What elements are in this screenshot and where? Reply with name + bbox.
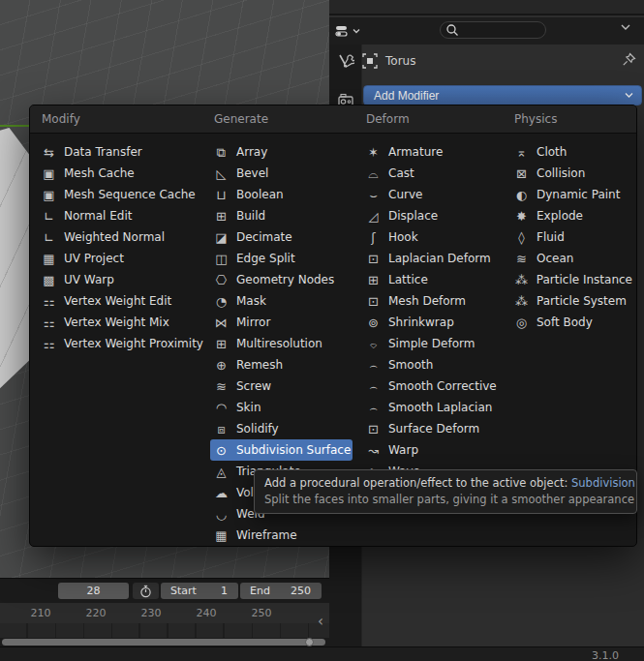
chevron-down-icon bbox=[625, 92, 633, 99]
menu-item-dynamic-paint[interactable]: ◐Dynamic Paint bbox=[510, 184, 632, 205]
menu-item-vertex-weight-mix[interactable]: ⚏Vertex Weight Mix bbox=[38, 312, 204, 333]
menu-item-mesh-cache[interactable]: ▣Mesh Cache bbox=[38, 163, 204, 184]
edge-split-icon: ◫ bbox=[213, 253, 230, 265]
dynamic-paint-icon: ◐ bbox=[513, 189, 530, 201]
menu-item-mesh-deform[interactable]: ⊡Mesh Deform bbox=[362, 290, 506, 312]
menu-item-uv-project[interactable]: ▦UV Project bbox=[38, 248, 204, 269]
search-input[interactable] bbox=[440, 21, 546, 39]
menu-item-uv-warp[interactable]: ▩UV Warp bbox=[38, 269, 204, 290]
menu-item-soft-body[interactable]: ◎Soft Body bbox=[510, 312, 632, 333]
menu-item-label: Simple Deform bbox=[388, 337, 475, 350]
pin-icon[interactable] bbox=[622, 52, 636, 67]
menu-item-explode[interactable]: ✸Explode bbox=[510, 205, 632, 226]
menu-item-cloth[interactable]: ⌅Cloth bbox=[510, 141, 632, 163]
menu-item-displace[interactable]: ◿Displace bbox=[362, 205, 506, 226]
menu-item-data-transfer[interactable]: ⇆Data Transfer bbox=[38, 141, 204, 163]
current-frame-field[interactable]: 28 bbox=[58, 583, 129, 599]
menu-item-label: Cast bbox=[388, 166, 414, 180]
menu-item-solidify[interactable]: ⧈Solidify bbox=[210, 418, 353, 439]
menu-item-skin[interactable]: ◠Skin bbox=[210, 397, 353, 418]
menu-item-label: Vertex Weight Mix bbox=[64, 315, 169, 329]
menu-item-shrinkwrap[interactable]: ⊚Shrinkwrap bbox=[362, 312, 506, 333]
menu-item-hook[interactable]: ʃHook bbox=[362, 226, 506, 248]
menu-item-cast[interactable]: ⌓Cast bbox=[362, 163, 506, 184]
menu-item-mask[interactable]: ◔Mask bbox=[210, 290, 353, 312]
menu-item-particle-system[interactable]: ⁂Particle System bbox=[510, 290, 632, 312]
menu-item-ocean[interactable]: ≋Ocean bbox=[510, 248, 632, 269]
menu-item-surface-deform[interactable]: ⊡Surface Deform bbox=[362, 418, 506, 439]
menu-item-normal-edit[interactable]: ∟Normal Edit bbox=[38, 205, 204, 226]
menu-item-simple-deform[interactable]: ⌔Simple Deform bbox=[362, 333, 506, 354]
frame-start-field[interactable]: Start1 bbox=[161, 583, 238, 599]
skin-icon: ◠ bbox=[213, 402, 230, 414]
frame-end-field[interactable]: End250 bbox=[240, 583, 322, 599]
menu-item-fluid[interactable]: ◊Fluid bbox=[510, 226, 632, 248]
displace-icon: ◿ bbox=[365, 210, 382, 223]
menu-item-label: Normal Edit bbox=[64, 209, 132, 223]
menu-item-geometry-nodes[interactable]: ⎔Geometry Nodes bbox=[210, 269, 353, 290]
ruler-tick-label: 230 bbox=[141, 607, 162, 619]
menu-item-remesh[interactable]: ⊕Remesh bbox=[210, 354, 353, 376]
menu-column-title-deform: Deform bbox=[366, 112, 410, 126]
menu-item-particle-instance[interactable]: ⁂Particle Instance bbox=[510, 269, 632, 290]
stopwatch-icon[interactable] bbox=[133, 583, 159, 599]
header-options-chevron-icon[interactable] bbox=[620, 23, 631, 31]
menu-item-mesh-sequence-cache[interactable]: ▣Mesh Sequence Cache bbox=[38, 184, 204, 205]
uv-warp-icon: ▩ bbox=[41, 274, 57, 286]
menu-item-label: UV Project bbox=[64, 252, 124, 265]
ruler-tick-label: 220 bbox=[86, 607, 107, 619]
menu-item-decimate[interactable]: ◪Decimate bbox=[210, 226, 353, 248]
menu-item-curve[interactable]: ⌣Curve bbox=[362, 184, 506, 205]
timeline-ruler[interactable]: 210220230240250 bbox=[0, 603, 329, 623]
add-modifier-label: Add Modifier bbox=[374, 89, 439, 103]
menu-item-array[interactable]: ⧉Array bbox=[210, 141, 353, 163]
fluid-icon: ◊ bbox=[513, 231, 530, 244]
menu-item-bevel[interactable]: ◺Bevel bbox=[210, 163, 353, 184]
menu-item-build[interactable]: ⊞Build bbox=[210, 205, 353, 226]
region-collapse-arrow-icon[interactable]: ‹ bbox=[318, 615, 323, 629]
screw-icon: ≋ bbox=[213, 380, 230, 393]
smooth-laplacian-icon: ⌢ bbox=[365, 402, 382, 414]
search-icon bbox=[445, 23, 459, 37]
tab-tool-settings[interactable] bbox=[337, 52, 354, 70]
menu-item-vertex-weight-edit[interactable]: ⚏Vertex Weight Edit bbox=[38, 290, 204, 312]
menu-item-armature[interactable]: ✶Armature bbox=[362, 141, 506, 163]
menu-item-label: Mesh Deform bbox=[388, 294, 466, 308]
menu-item-collision[interactable]: ⊠Collision bbox=[510, 163, 632, 184]
menu-item-lattice[interactable]: ⊞Lattice bbox=[362, 269, 506, 290]
menu-item-boolean[interactable]: ⊔Boolean bbox=[210, 184, 353, 205]
menu-item-label: Ocean bbox=[537, 252, 573, 265]
mesh-sequence-cache-icon: ▣ bbox=[41, 189, 57, 201]
menu-item-label: UV Warp bbox=[64, 273, 114, 286]
status-bar: 3.1.0 bbox=[0, 646, 644, 661]
add-modifier-button[interactable]: Add Modifier bbox=[363, 85, 642, 105]
editor-type-button[interactable] bbox=[335, 21, 376, 41]
menu-item-edge-split[interactable]: ◫Edge Split bbox=[210, 248, 353, 269]
menu-item-weighted-normal[interactable]: ∟Weighted Normal bbox=[38, 226, 204, 248]
menu-item-smooth-laplacian[interactable]: ⌢Smooth Laplacian bbox=[362, 397, 506, 418]
menu-item-screw[interactable]: ≋Screw bbox=[210, 376, 353, 397]
vertex-weight-edit-icon: ⚏ bbox=[41, 295, 57, 308]
viewport-ground-plane bbox=[0, 128, 33, 391]
menu-item-subdivision-surface[interactable]: ⊙Subdivision Surface bbox=[210, 439, 353, 461]
smooth-corrective-icon: ⌢ bbox=[365, 380, 382, 393]
menu-item-smooth-corrective[interactable]: ⌢Smooth Corrective bbox=[362, 376, 506, 397]
menu-item-label: Data Transfer bbox=[64, 145, 142, 159]
menu-item-label: Vertex Weight Proximity bbox=[64, 337, 203, 350]
menu-item-warp[interactable]: ↝Warp bbox=[362, 439, 506, 461]
menu-item-laplacian-deform[interactable]: ⊡Laplacian Deform bbox=[362, 248, 506, 269]
menu-item-label: Armature bbox=[388, 145, 443, 159]
timeline-scrollbar[interactable] bbox=[2, 639, 325, 646]
menu-item-vertex-weight-proximity[interactable]: ⚏Vertex Weight Proximity bbox=[38, 333, 204, 354]
scrollbar-zoom-handle[interactable] bbox=[305, 638, 314, 646]
menu-item-label: Mirror bbox=[236, 315, 270, 329]
laplacian-deform-icon: ⊡ bbox=[365, 253, 382, 265]
menu-item-mirror[interactable]: ⋈Mirror bbox=[210, 312, 353, 333]
curve-icon: ⌣ bbox=[365, 189, 382, 201]
menu-item-multiresolution[interactable]: ⊞Multiresolution bbox=[210, 333, 353, 354]
simple-deform-icon: ⌔ bbox=[365, 338, 382, 350]
menu-item-label: Surface Deform bbox=[388, 422, 479, 436]
menu-item-smooth[interactable]: ⌢Smooth bbox=[362, 354, 506, 376]
menu-item-wireframe[interactable]: ▦Wireframe bbox=[210, 525, 353, 546]
menu-item-label: Dynamic Paint bbox=[537, 188, 620, 201]
